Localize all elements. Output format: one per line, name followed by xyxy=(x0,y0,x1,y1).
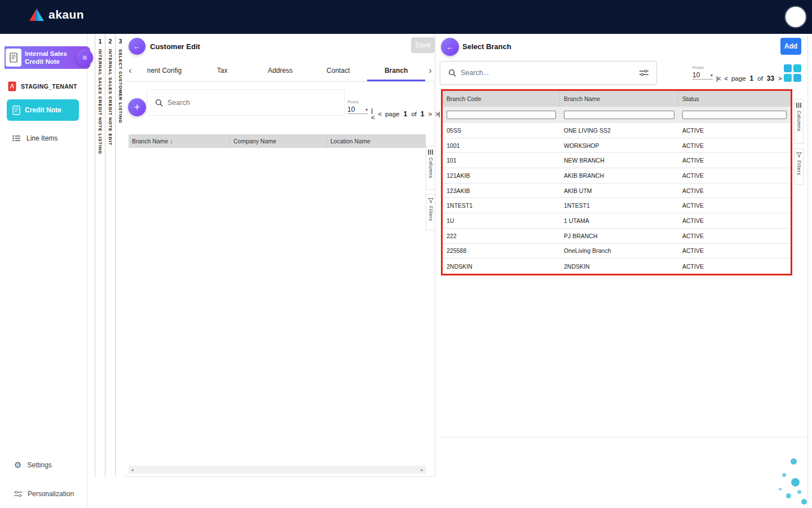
decorative-bubble xyxy=(797,490,801,494)
columns-tool-button[interactable]: Columns xyxy=(426,146,435,190)
tab-tax[interactable]: Tax xyxy=(193,59,251,81)
app-grid-icon[interactable] xyxy=(784,64,802,82)
tabs-scroll-right-icon[interactable]: › xyxy=(425,59,435,81)
next-page-icon[interactable]: > xyxy=(428,111,431,117)
rows-per-page-control[interactable]: Rows 10 ▾ xyxy=(692,65,713,80)
columns-tool-button[interactable]: Columns xyxy=(794,99,804,144)
back-button[interactable]: ← xyxy=(441,38,459,56)
page-word: page xyxy=(385,111,400,117)
table-row[interactable]: 2NDSKIN2NDSKINACTIVE xyxy=(443,259,791,274)
workspace-tab-3[interactable]: 3 SELECT CUSTOMER LISTING xyxy=(115,34,125,477)
horizontal-scrollbar[interactable]: ◄ ► xyxy=(129,466,426,474)
current-page: 1 xyxy=(750,75,754,82)
cell-status: ACTIVE xyxy=(678,247,791,254)
sidebar-item-line-items[interactable]: Line Items xyxy=(12,134,58,142)
cell-name: AKIB BRANCH xyxy=(560,172,678,179)
filter-input-status[interactable] xyxy=(682,111,787,119)
scroll-right-icon[interactable]: ► xyxy=(420,468,424,472)
column-header-status[interactable]: Status xyxy=(678,91,791,107)
table-row[interactable]: 123AKIBAKIB UTMACTIVE xyxy=(443,183,791,199)
of-word: of xyxy=(757,75,763,82)
cell-name: WORKSHOP xyxy=(560,142,678,149)
user-avatar[interactable] xyxy=(785,7,806,27)
plus-icon: + xyxy=(134,101,140,113)
last-page-icon[interactable]: >| xyxy=(435,111,440,117)
cell-status: ACTIVE xyxy=(678,187,791,194)
table-row[interactable]: 1001WORKSHOPACTIVE xyxy=(443,138,791,154)
sidebar-item-personalization[interactable]: Personalization xyxy=(14,490,74,498)
tabs-scroll-left-icon[interactable]: ‹ xyxy=(125,59,135,81)
cell-code: 2NDSKIN xyxy=(443,263,560,270)
decorative-bubble xyxy=(786,493,791,498)
search-input[interactable] xyxy=(461,69,635,77)
logo-text: akaun xyxy=(48,8,84,21)
rows-value: 10 xyxy=(692,71,700,79)
table-header: Branch Code Branch Name Status xyxy=(443,91,791,107)
rows-select[interactable]: 10 ▾ xyxy=(347,106,368,114)
total-pages: 33 xyxy=(767,75,774,82)
prev-page-icon[interactable]: < xyxy=(378,111,381,117)
sidebar-item-tenant[interactable]: STAGING_TENANT xyxy=(8,81,77,91)
add-button[interactable]: Add xyxy=(780,38,801,55)
workspace-tab-1[interactable]: 1 INTERNAL SALES CREDIT NOTE LISTING xyxy=(95,34,105,477)
workspace-tab-2[interactable]: 2 INTERNAL SALES CREDIT NOTE EDIT xyxy=(105,34,115,477)
cell-code: 222 xyxy=(443,233,560,239)
filters-tool-button[interactable]: Filters xyxy=(794,148,804,185)
tab-contact[interactable]: Contact xyxy=(309,59,367,81)
tab-branch[interactable]: Branch xyxy=(367,59,425,81)
table-row[interactable]: 121AKIBAKIB BRANCHACTIVE xyxy=(443,168,791,183)
list-icon xyxy=(12,135,21,142)
first-page-icon[interactable]: |< xyxy=(716,75,721,82)
column-header-company-name[interactable]: Company Name xyxy=(230,134,327,148)
branch-table-header: Branch Name ↓ Company Name Location Name xyxy=(129,134,426,148)
save-button[interactable]: Save xyxy=(411,37,435,53)
module-title: Internal Sales Credit Note xyxy=(25,50,67,66)
page-word: page xyxy=(731,75,746,82)
sidebar-item-credit-note[interactable]: Credit Note xyxy=(7,99,79,121)
add-branch-button[interactable]: + xyxy=(128,98,146,116)
table-row[interactable]: 1U1 UTAMAACTIVE xyxy=(443,213,791,229)
table-row[interactable]: 05SSONE LIVING SS2ACTIVE xyxy=(443,123,791,138)
prev-page-icon[interactable]: < xyxy=(725,75,727,82)
cell-code: 05SS xyxy=(443,127,560,134)
tab-label: INTERNAL SALES CREDIT NOTE EDIT xyxy=(108,49,113,146)
cell-code: 1NTEST1 xyxy=(443,202,560,209)
sidebar-item-settings[interactable]: ⚙ Settings xyxy=(14,460,52,470)
decorative-bubble xyxy=(782,473,786,477)
cell-status: ACTIVE xyxy=(678,172,791,179)
sidebar-item-label: Line Items xyxy=(27,134,58,142)
branch-table-body: 05SSONE LIVING SS2ACTIVE1001WORKSHOPACTI… xyxy=(443,123,791,274)
cell-name: 1 UTAMA xyxy=(560,217,678,224)
total-pages: 1 xyxy=(421,110,425,118)
cell-name: 1NTEST1 xyxy=(560,202,678,209)
cell-name: NEW BRANCH xyxy=(560,157,678,164)
table-row[interactable]: 222PJ BRANCHACTIVE xyxy=(443,229,791,244)
column-header-branch-name[interactable]: Branch Name xyxy=(560,91,678,107)
tab-payment-config[interactable]: nent Config xyxy=(135,59,193,81)
filter-input-branch-name[interactable] xyxy=(564,111,674,119)
tab-number: 3 xyxy=(116,38,125,45)
panel-divider xyxy=(807,34,808,508)
next-page-icon[interactable]: > xyxy=(778,75,781,82)
tab-address[interactable]: Address xyxy=(251,59,310,81)
back-button[interactable]: ← xyxy=(129,38,145,55)
filters-tool-button[interactable]: Filters xyxy=(426,194,435,230)
column-header-branch-code[interactable]: Branch Code xyxy=(443,91,560,107)
cell-name: AKIB UTM xyxy=(560,187,678,194)
table-row[interactable]: 225588OneLiving BranchACTIVE xyxy=(443,244,791,259)
filter-sliders-icon[interactable] xyxy=(639,69,648,76)
search-input[interactable] xyxy=(167,99,292,107)
rows-per-page-control[interactable]: Rows 10 ▾ xyxy=(347,99,368,114)
topbar: akaun xyxy=(0,0,812,34)
table-row[interactable]: 101NEW BRANCHACTIVE xyxy=(443,153,791,168)
column-header-branch-name[interactable]: Branch Name ↓ xyxy=(129,134,230,148)
scroll-left-icon[interactable]: ◄ xyxy=(130,468,134,472)
sidebar-collapse-button[interactable]: ≡ xyxy=(76,49,93,66)
rows-label: Rows xyxy=(347,99,368,104)
sort-desc-icon: ↓ xyxy=(170,138,173,144)
column-header-location-name[interactable]: Location Name xyxy=(327,134,426,148)
rows-select[interactable]: 10 ▾ xyxy=(692,71,713,80)
first-page-icon[interactable]: |< xyxy=(371,107,374,121)
table-row[interactable]: 1NTEST11NTEST1ACTIVE xyxy=(443,198,791,213)
filter-input-branch-code[interactable] xyxy=(447,111,556,119)
